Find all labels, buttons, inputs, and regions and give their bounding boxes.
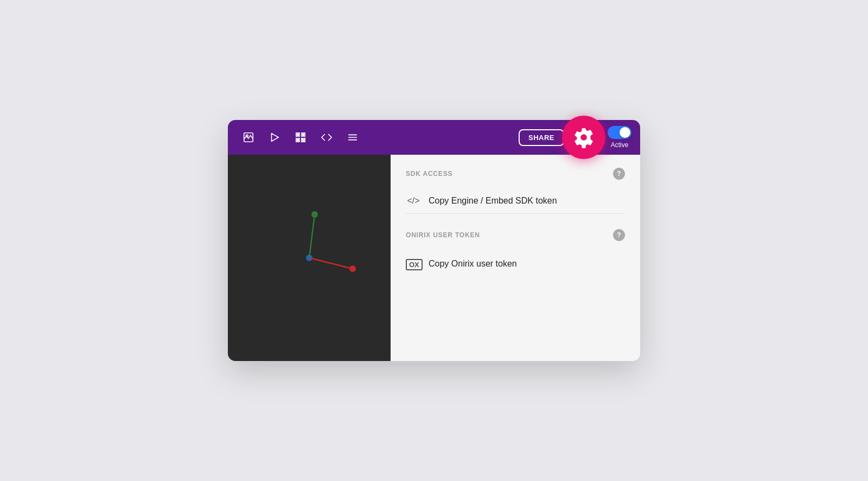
onirix-token-header: ONIRIX USER TOKEN ? xyxy=(406,229,625,241)
copy-sdk-item[interactable]: </> Copy Engine / Embed SDK token xyxy=(406,188,625,214)
settings-panel: SDK ACCESS ? </> Copy Engine / Embed SDK… xyxy=(391,155,640,361)
active-label: Active xyxy=(611,141,629,149)
settings-button[interactable] xyxy=(562,116,605,159)
location-icon[interactable] xyxy=(237,125,260,149)
svg-rect-4 xyxy=(297,134,299,136)
svg-rect-8 xyxy=(297,140,299,141)
copy-token-label: Copy Onirix user token xyxy=(429,259,517,269)
onirix-token-help[interactable]: ? xyxy=(613,229,625,241)
share-button[interactable]: SHARE xyxy=(519,129,564,146)
canvas-area xyxy=(228,155,391,361)
svg-line-19 xyxy=(309,214,315,258)
svg-line-17 xyxy=(309,258,353,269)
toggle-knob xyxy=(620,127,630,138)
copy-token-item[interactable]: OX Copy Onirix user token xyxy=(406,250,625,277)
ox-icon: OX xyxy=(406,257,421,270)
main-body: SDK ACCESS ? </> Copy Engine / Embed SDK… xyxy=(228,155,640,361)
qr-icon[interactable] xyxy=(289,125,312,149)
active-toggle-section: Active xyxy=(608,126,631,149)
copy-sdk-label: Copy Engine / Embed SDK token xyxy=(429,196,557,206)
svg-rect-11 xyxy=(302,141,303,142)
svg-point-20 xyxy=(311,211,318,218)
scene-svg xyxy=(228,155,391,361)
app-container: SHARE Active xyxy=(228,120,640,361)
svg-marker-2 xyxy=(272,134,279,142)
toolbar: SHARE Active xyxy=(228,120,640,155)
svg-rect-6 xyxy=(303,134,304,136)
embed-code-icon[interactable] xyxy=(315,125,339,149)
svg-rect-10 xyxy=(304,138,305,140)
settings-button-wrapper xyxy=(566,120,601,155)
sdk-access-header: SDK ACCESS ? xyxy=(406,168,625,180)
code-bracket-icon: </> xyxy=(406,196,421,206)
svg-rect-12 xyxy=(304,141,305,142)
active-toggle[interactable] xyxy=(608,126,631,139)
list-icon[interactable] xyxy=(341,125,365,149)
onirix-token-title: ONIRIX USER TOKEN xyxy=(406,231,480,239)
svg-rect-9 xyxy=(302,138,303,140)
sdk-access-help[interactable]: ? xyxy=(613,168,625,180)
play-icon[interactable] xyxy=(263,125,286,149)
sdk-access-title: SDK ACCESS xyxy=(406,170,452,178)
svg-point-18 xyxy=(349,265,356,272)
